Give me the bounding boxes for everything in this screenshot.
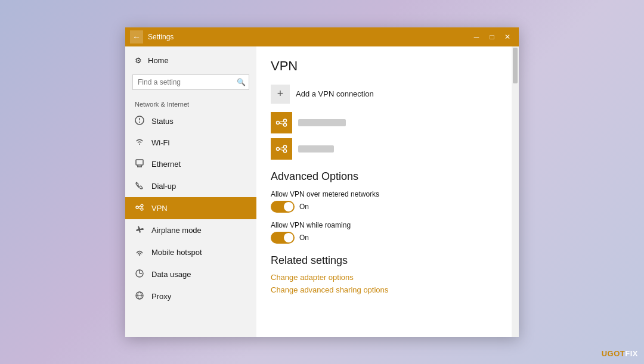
- toggle-roaming-container: On: [271, 232, 497, 244]
- svg-point-8: [141, 204, 143, 207]
- sidebar-section-label: Network & Internet: [125, 95, 256, 110]
- sidebar-label-wifi: Wi-Fi: [151, 138, 169, 147]
- sidebar-item-ethernet[interactable]: Ethernet: [125, 153, 256, 175]
- vpn-item-icon-2: [271, 138, 292, 160]
- svg-point-26: [284, 150, 287, 153]
- sidebar-item-hotspot[interactable]: Mobile hotspot: [125, 241, 256, 263]
- svg-point-12: [139, 254, 140, 255]
- sidebar-item-datausage[interactable]: Data usage: [125, 263, 256, 285]
- sidebar-label-ethernet: Ethernet: [151, 160, 181, 169]
- svg-point-20: [284, 119, 287, 122]
- change-adapter-link[interactable]: Change adapter options: [271, 273, 497, 282]
- toggle-roaming-knob: [284, 233, 293, 242]
- scrollbar-thumb: [513, 48, 518, 83]
- advanced-options-title: Advanced Options: [271, 170, 497, 183]
- sidebar-home-label: Home: [148, 56, 169, 65]
- svg-point-2: [139, 122, 140, 123]
- svg-line-27: [280, 147, 284, 148]
- minimize-button[interactable]: ─: [470, 30, 483, 43]
- window-body: ⚙ Home 🔍 Network & Internet Status Wi-Fi: [125, 46, 519, 337]
- vpn-item-name-2: [298, 145, 334, 153]
- svg-point-21: [284, 123, 287, 126]
- svg-line-10: [138, 206, 141, 206]
- sidebar-label-vpn: VPN: [151, 204, 168, 213]
- window-title: Settings: [148, 33, 174, 41]
- sidebar-label-hotspot: Mobile hotspot: [151, 248, 202, 257]
- watermark: UGOTFIX: [602, 349, 638, 358]
- sidebar-item-airplane[interactable]: Airplane mode: [125, 219, 256, 241]
- toggle-metered-switch[interactable]: [271, 201, 295, 213]
- window-controls: ─ □ ✕: [470, 30, 514, 43]
- sidebar-label-dialup: Dial-up: [151, 182, 176, 191]
- status-icon: [135, 116, 144, 127]
- sidebar-item-wifi[interactable]: Wi-Fi: [125, 132, 256, 153]
- sidebar-item-status[interactable]: Status: [125, 110, 256, 132]
- watermark-suffix: FIX: [625, 349, 638, 358]
- proxy-icon: [135, 291, 144, 302]
- svg-point-25: [284, 145, 287, 148]
- page-title: VPN: [271, 58, 497, 74]
- add-vpn-label: Add a VPN connection: [296, 89, 374, 98]
- vpn-item-2[interactable]: [271, 138, 497, 160]
- sidebar: ⚙ Home 🔍 Network & Internet Status Wi-Fi: [125, 46, 256, 337]
- search-box: 🔍: [132, 74, 249, 90]
- svg-line-23: [280, 123, 284, 125]
- scrollbar[interactable]: [512, 46, 519, 337]
- vpn-item-name-1: [298, 119, 346, 126]
- datausage-icon: [135, 269, 144, 280]
- sidebar-item-dialup[interactable]: Dial-up: [125, 175, 256, 197]
- toggle-metered-container: On: [271, 201, 497, 213]
- toggle-roaming: Allow VPN while roaming On: [271, 221, 497, 244]
- maximize-button[interactable]: □: [485, 30, 499, 43]
- search-icon: 🔍: [237, 78, 246, 86]
- settings-window: ← Settings ─ □ ✕ ⚙ Home 🔍 Network & Inte…: [125, 27, 519, 337]
- sidebar-item-proxy[interactable]: Proxy: [125, 285, 256, 307]
- watermark-prefix: UGOT: [602, 349, 626, 358]
- search-input[interactable]: [132, 74, 249, 90]
- toggle-metered-state: On: [299, 203, 309, 211]
- ethernet-icon: [135, 158, 144, 170]
- svg-line-28: [280, 150, 284, 151]
- toggle-metered-knob: [284, 202, 293, 211]
- title-bar-left: ← Settings: [130, 30, 174, 43]
- toggle-roaming-state: On: [299, 234, 309, 242]
- svg-point-24: [277, 147, 280, 150]
- sidebar-label-status: Status: [151, 117, 174, 126]
- sidebar-label-datausage: Data usage: [151, 270, 191, 279]
- svg-line-11: [138, 207, 141, 208]
- related-settings-title: Related settings: [271, 254, 497, 267]
- airplane-icon: [135, 225, 144, 236]
- toggle-roaming-switch[interactable]: [271, 232, 295, 244]
- toggle-metered-label: Allow VPN over metered networks: [271, 190, 497, 198]
- close-button[interactable]: ✕: [501, 30, 514, 43]
- svg-line-22: [280, 121, 284, 122]
- vpn-item-icon-1: [271, 112, 292, 133]
- back-button[interactable]: ←: [130, 30, 143, 43]
- svg-point-7: [136, 206, 138, 209]
- svg-point-19: [277, 121, 280, 124]
- wifi-icon: [135, 138, 144, 148]
- home-icon: ⚙: [135, 56, 142, 65]
- main-content: VPN + Add a VPN connection A: [256, 46, 512, 337]
- vpn-icon: [135, 203, 144, 214]
- vpn-item-1[interactable]: [271, 112, 497, 133]
- add-vpn-button[interactable]: + Add a VPN connection: [271, 83, 497, 105]
- sidebar-item-vpn[interactable]: VPN: [125, 197, 256, 219]
- change-sharing-link[interactable]: Change advanced sharing options: [271, 285, 497, 294]
- sidebar-label-airplane: Airplane mode: [151, 226, 202, 235]
- toggle-metered: Allow VPN over metered networks On: [271, 190, 497, 213]
- sidebar-label-proxy: Proxy: [151, 292, 171, 301]
- dialup-icon: [135, 181, 144, 192]
- sidebar-item-home[interactable]: ⚙ Home: [125, 51, 256, 70]
- svg-point-9: [141, 208, 143, 210]
- toggle-roaming-label: Allow VPN while roaming: [271, 221, 497, 229]
- hotspot-icon: [135, 247, 144, 258]
- svg-rect-3: [136, 160, 143, 165]
- add-icon: +: [271, 85, 290, 104]
- title-bar: ← Settings ─ □ ✕: [125, 27, 519, 46]
